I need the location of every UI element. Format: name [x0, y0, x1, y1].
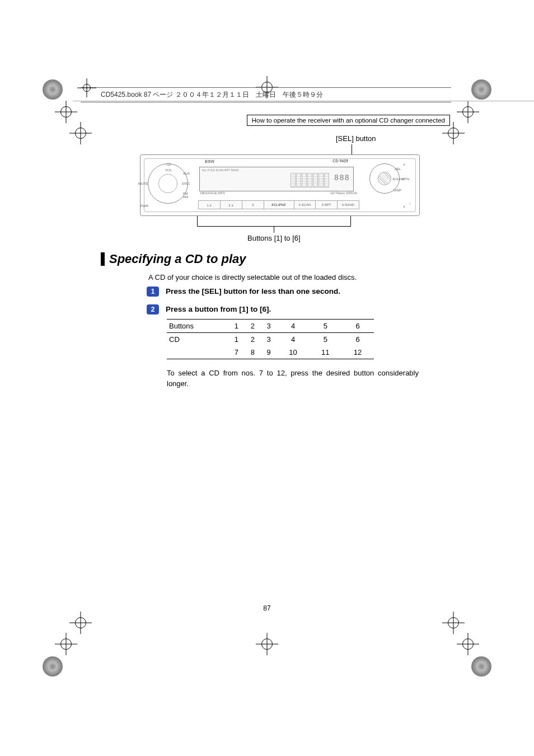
book-header-text: CD5425.book 87 ページ ２００４年１２月１１日 土曜日 午後５時９… — [101, 91, 323, 98]
step-badge-2: 2 — [147, 304, 159, 314]
callout-buttons-text: Buttons [1] to [6] — [247, 234, 301, 242]
table-row: Buttons 1 2 3 4 5 6 — [167, 320, 374, 333]
table-cell: 7 — [228, 346, 245, 359]
callout-line — [197, 216, 198, 226]
knob-label: CD — [166, 163, 171, 166]
table-cell: 10 — [277, 346, 310, 359]
mid-label-left: MESSAGE MP3 — [200, 191, 225, 199]
chevron-down-icon: ∨ — [403, 204, 405, 208]
table-row: 7 8 9 10 11 12 — [167, 346, 374, 359]
table-cell: 9 — [261, 346, 277, 359]
chevron-up-icon: ∧ — [403, 162, 405, 166]
step-2: 2 Press a button from [1] to [6]. — [147, 304, 271, 314]
registration-mark — [58, 636, 74, 652]
preset-button-2: 2 ∧ — [220, 200, 242, 209]
preset-button-4: 4 SCAN — [294, 200, 316, 209]
knob-label: AM — [183, 195, 188, 199]
preset-button-5: 5 RPT — [315, 200, 337, 209]
table-cell: 4 — [277, 320, 310, 333]
knob-label: AUX — [183, 172, 190, 175]
preset-button-6: 6 RAND — [337, 200, 359, 209]
callout-sel-line — [352, 144, 352, 156]
mid-label-right: HD Radio SIRIUS — [330, 191, 357, 199]
knob-label: SEL — [395, 167, 401, 171]
table-cell: 3 — [261, 320, 277, 333]
table-cell: 1 — [228, 333, 245, 346]
knob-label: MUTE — [138, 182, 148, 185]
registration-mark — [58, 104, 74, 120]
registration-mark — [460, 104, 476, 120]
table-cell: 6 — [341, 320, 374, 333]
table-cell: 2 — [245, 333, 261, 346]
table-cell: CD — [167, 333, 228, 346]
lcd-indicators: ALL FOLD SCAN RPT RAND — [202, 168, 239, 172]
corner-ornament-tl — [43, 79, 63, 100]
step-badge-1: 1 — [147, 287, 159, 297]
callout-sel-button: [SEL] button — [336, 134, 376, 143]
callout-line — [350, 216, 351, 226]
eclipse-logo: ECLIPSE — [264, 200, 294, 209]
note-paragraph: To select a CD from nos. 7 to 12, press … — [167, 368, 419, 389]
step-1: 1 Press the [SEL] button for less than o… — [147, 287, 340, 297]
book-running-header: CD5425.book 87 ページ ２００４年１２月１１日 土曜日 午後５時９… — [81, 87, 451, 102]
knob-label: VOL — [165, 168, 172, 172]
knob-label: PWR — [140, 204, 148, 208]
table-row: CD 1 2 3 4 5 6 — [167, 333, 374, 346]
preset-button-row: 1 ∨ 2 ∧ 3 ECLIPSE 4 SCAN 5 RPT 6 RAND — [198, 200, 359, 209]
dot-icon: ○ — [409, 201, 411, 205]
heading-text: Specifying a CD to play — [109, 252, 246, 266]
page-content: CD5425.book 87 ページ ２００４年１２月１１日 土曜日 午後５時９… — [84, 84, 450, 672]
brand-label: ESN — [205, 159, 214, 164]
car-stereo-illustration: CD VOL AUX DISC MUTE FM AM PWR SEL SOUND… — [140, 154, 420, 216]
select-knob-icon: SEL SOUND RTN DISP — [369, 163, 400, 194]
page-number: 87 — [84, 604, 450, 612]
corner-ornament-br — [471, 656, 491, 677]
callout-sel-text: [SEL] button — [336, 134, 376, 143]
section-heading: Specifying a CD to play — [101, 252, 437, 266]
knob-label: DISC — [182, 182, 190, 185]
table-cell: 3 — [261, 333, 277, 346]
table-cell: 5 — [309, 333, 341, 346]
callout-buttons-label: Buttons [1] to [6] — [247, 234, 301, 242]
button-cd-table: Buttons 1 2 3 4 5 6 CD 1 2 3 4 5 6 7 8 9… — [167, 319, 374, 359]
lcd-digits: 888 — [334, 173, 350, 182]
corner-ornament-bl — [43, 656, 63, 677]
table-cell: 1 — [228, 320, 245, 333]
knob-label: RTN — [402, 177, 409, 181]
header-crop-icon — [81, 82, 94, 95]
table-cell: 8 — [245, 346, 261, 359]
callout-line — [274, 226, 274, 233]
lcd-display-icon: ALL FOLD SCAN RPT RAND 888 — [199, 167, 354, 191]
mid-labels: MESSAGE MP3 HD Radio SIRIUS — [198, 191, 359, 199]
registration-mark — [460, 636, 476, 652]
table-cell: 4 — [277, 333, 310, 346]
table-cell: 6 — [341, 333, 374, 346]
table-cell: 2 — [245, 320, 261, 333]
knob-label: DISP — [394, 189, 401, 192]
table-cell: Buttons — [167, 320, 228, 333]
step-2-text: Press a button from [1] to [6]. — [166, 304, 271, 313]
preset-button-1: 1 ∨ — [198, 200, 220, 209]
table-cell: 11 — [309, 346, 341, 359]
preset-button-3: 3 — [242, 200, 264, 209]
section-title: How to operate the receiver with an opti… — [252, 117, 445, 124]
table-cell: 12 — [341, 346, 374, 359]
table-cell — [167, 346, 228, 359]
corner-ornament-tr — [471, 79, 491, 100]
model-label: CD 5425 — [332, 159, 348, 163]
volume-knob-icon: CD VOL AUX DISC MUTE FM AM PWR — [148, 163, 188, 204]
intro-paragraph: A CD of your choice is directly selectab… — [148, 273, 357, 281]
section-title-box: How to operate the receiver with an opti… — [247, 115, 450, 126]
heading-bullet-icon — [101, 252, 105, 266]
step-1-text: Press the [SEL] button for less than one… — [166, 287, 340, 295]
table-cell: 5 — [309, 320, 341, 333]
lcd-spectrum-icon — [291, 173, 331, 187]
